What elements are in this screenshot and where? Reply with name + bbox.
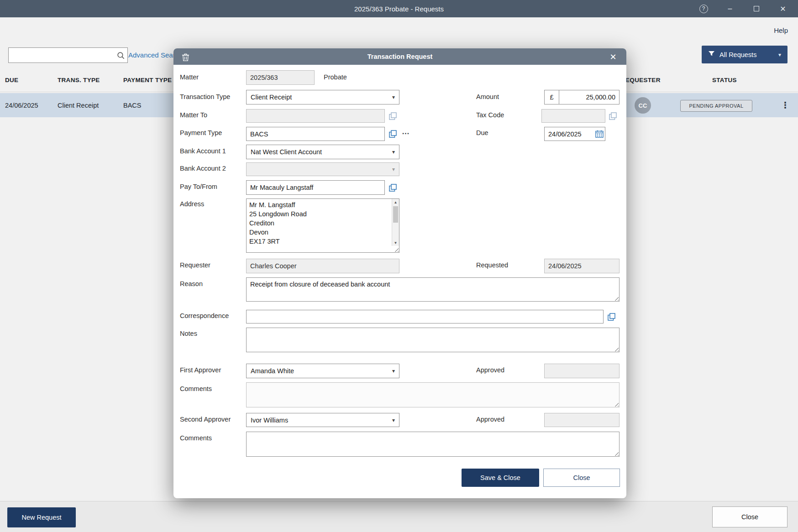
reason-field[interactable]: Receipt from closure of deceased bank ac… <box>246 277 620 302</box>
requested-date-field[interactable] <box>544 259 620 273</box>
close-window-button[interactable]: ✕ <box>770 0 796 17</box>
cell-trans-type: Client Receipt <box>58 93 99 117</box>
approved-label: Approved <box>476 416 504 423</box>
bank-account-2-dropdown[interactable]: ▾ <box>246 162 399 176</box>
all-requests-filter-button[interactable]: All Requests ▾ <box>702 46 788 63</box>
tax-code-label: Tax Code <box>476 111 504 119</box>
lookup-icon <box>389 112 397 120</box>
column-header-requester[interactable]: REQUESTER <box>621 77 661 83</box>
column-header-payment-type[interactable]: PAYMENT TYPE <box>123 77 172 83</box>
transaction-type-label: Transaction Type <box>180 93 230 100</box>
avatar: CC <box>635 97 651 114</box>
save-and-close-button[interactable]: Save & Close <box>462 469 539 487</box>
scrollbar-thumb[interactable] <box>393 206 398 223</box>
matter-type-label: Probate <box>324 73 347 81</box>
bank-account-1-dropdown[interactable]: Nat West Client Account ▾ <box>246 145 399 159</box>
bank-account-1-label: Bank Account 1 <box>180 147 226 155</box>
notes-field[interactable] <box>246 328 620 352</box>
notes-label: Notes <box>180 330 197 337</box>
first-approved-date-field[interactable] <box>544 364 620 378</box>
dialog-close-button[interactable]: ✕ <box>607 51 619 63</box>
matter-to-lookup-button[interactable] <box>388 111 398 121</box>
second-approver-label: Second Approver <box>180 416 231 423</box>
pay-to-from-field[interactable] <box>246 180 385 195</box>
minimize-icon: – <box>728 5 732 13</box>
second-approver-comments-field[interactable] <box>246 432 620 457</box>
column-header-trans-type[interactable]: TRANS. TYPE <box>58 77 100 83</box>
chevron-down-icon: ▾ <box>392 417 395 423</box>
matter-label: Matter <box>180 73 199 81</box>
requested-label: Requested <box>476 261 508 269</box>
minimize-button[interactable]: – <box>717 0 743 17</box>
dialog-header: Transaction Request ✕ <box>173 48 626 65</box>
first-approver-value: Amanda White <box>251 367 294 375</box>
first-approver-dropdown[interactable]: Amanda White ▾ <box>246 364 399 378</box>
filter-icon <box>708 50 715 59</box>
second-approver-value: Ivor Williams <box>251 417 288 424</box>
pay-to-from-lookup-button[interactable] <box>388 183 398 193</box>
comments-label: Comments <box>180 385 212 392</box>
new-request-button[interactable]: New Request <box>7 507 76 527</box>
correspondence-label: Correspondence <box>180 312 229 319</box>
address-field[interactable]: Mr M. Langstaff 25 Longdown Road Credito… <box>247 199 391 252</box>
calendar-icon <box>595 130 604 138</box>
chevron-down-icon: ▾ <box>778 52 781 58</box>
lookup-icon <box>609 112 617 120</box>
modal-close-button[interactable]: Close <box>543 469 620 487</box>
footer-close-button[interactable]: Close <box>712 506 788 527</box>
lookup-icon <box>389 130 397 138</box>
requester-field[interactable] <box>246 259 399 273</box>
correspondence-lookup-button[interactable] <box>606 312 616 322</box>
amount-field[interactable] <box>559 90 620 104</box>
dialog-title: Transaction Request <box>173 48 626 65</box>
reason-label: Reason <box>180 280 203 287</box>
chevron-down-icon: ▾ <box>392 149 395 155</box>
maximize-icon <box>754 6 759 11</box>
column-header-due[interactable]: DUE <box>5 77 18 83</box>
due-date-calendar-button[interactable] <box>594 129 604 139</box>
payment-type-field[interactable] <box>246 127 385 141</box>
bank-account-1-value: Nat West Client Account <box>251 148 322 156</box>
tax-code-field[interactable] <box>541 109 605 123</box>
chevron-down-icon: ▾ <box>392 368 395 374</box>
approved-label: Approved <box>476 366 504 374</box>
lookup-icon <box>608 313 615 321</box>
address-scrollbar[interactable]: ▲ ▼ <box>392 199 399 246</box>
payment-type-lookup-button[interactable] <box>388 129 398 139</box>
correspondence-field[interactable] <box>246 310 604 323</box>
window-controls: ? – ✕ <box>690 0 796 17</box>
second-approved-date-field[interactable] <box>544 413 620 427</box>
search-icon[interactable] <box>114 52 127 59</box>
footer-bar <box>0 501 798 532</box>
filter-label: All Requests <box>719 51 756 58</box>
close-icon: ✕ <box>780 5 786 13</box>
cell-payment-type: BACS <box>123 93 142 117</box>
currency-box: £ <box>544 90 559 104</box>
requester-label: Requester <box>180 261 210 269</box>
comments-label: Comments <box>180 434 212 442</box>
cell-due: 24/06/2025 <box>5 93 38 117</box>
maximize-button[interactable] <box>743 0 770 17</box>
tax-code-lookup-button[interactable] <box>608 111 618 121</box>
row-menu-button[interactable]: ⋮ <box>780 93 791 117</box>
help-button[interactable]: ? <box>690 0 717 17</box>
matter-to-field[interactable] <box>246 109 385 123</box>
matter-to-label: Matter To <box>180 111 207 119</box>
chevron-down-icon: ▾ <box>392 94 395 100</box>
search-input[interactable] <box>9 48 114 63</box>
bank-account-2-label: Bank Account 2 <box>180 165 226 172</box>
transaction-type-dropdown[interactable]: Client Receipt ▾ <box>246 90 399 104</box>
search-box <box>8 47 128 63</box>
second-approver-dropdown[interactable]: Ivor Williams ▾ <box>246 413 399 427</box>
first-approver-comments-field[interactable] <box>246 382 620 407</box>
lookup-icon <box>389 184 397 192</box>
chevron-down-icon: ▾ <box>392 166 395 172</box>
payment-type-more-button[interactable]: … <box>402 127 410 136</box>
scroll-up-icon[interactable]: ▲ <box>392 199 399 205</box>
scroll-down-icon[interactable]: ▼ <box>392 240 399 246</box>
resize-grip[interactable] <box>393 246 399 252</box>
matter-field[interactable] <box>246 70 315 85</box>
help-link[interactable]: Help <box>774 26 788 34</box>
column-header-status[interactable]: STATUS <box>712 77 737 83</box>
help-icon: ? <box>699 5 708 13</box>
